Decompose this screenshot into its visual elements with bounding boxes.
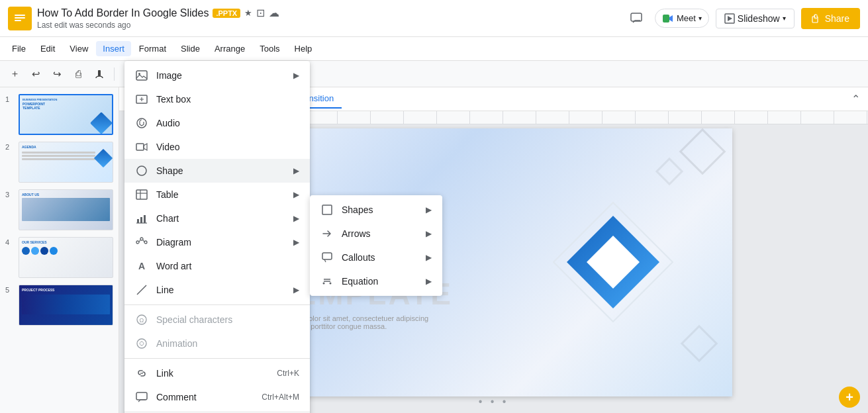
svg-line-29 (139, 240, 140, 242)
slideshow-label: Slideshow (738, 13, 780, 24)
slide-img-1: BUSINESS PRESENTATION POWERPOINTTEMPLATE (19, 94, 113, 135)
svg-rect-24 (144, 215, 146, 223)
slide-indicator-dots: • • • (479, 396, 509, 408)
collapse-icon[interactable]: ⌃ (851, 93, 860, 105)
menu-divider-2 (124, 358, 310, 359)
add-btn[interactable]: ＋ (5, 65, 24, 83)
svg-point-27 (140, 238, 143, 240)
image-arrow: ▶ (293, 71, 299, 80)
shape-arrow: ▶ (293, 166, 299, 175)
menu-arrange[interactable]: Arrange (208, 41, 252, 56)
insert-menu-audio[interactable]: Audio (124, 111, 310, 135)
insert-menu-comment[interactable]: Comment Ctrl+Alt+M (124, 385, 310, 409)
svg-point-34 (137, 339, 146, 348)
menu-insert[interactable]: Insert (96, 41, 131, 56)
shapes-label: Shapes (342, 205, 373, 215)
svg-point-26 (136, 241, 139, 244)
header-right: Meet ▾ Slideshow ▾ Share (624, 7, 860, 30)
insert-menu-dropdown: Image ▶ Text box Audio Video Shape ▶ (124, 61, 310, 413)
menu-slide[interactable]: Slide (174, 41, 207, 56)
insert-wordart-label: Word art (156, 261, 299, 271)
menu-edit[interactable]: Edit (34, 41, 62, 56)
share-label: Share (825, 13, 849, 24)
insert-menu-image[interactable]: Image ▶ (124, 64, 310, 87)
menu-format[interactable]: Format (132, 41, 173, 56)
undo-btn[interactable]: ↩ (26, 65, 45, 83)
insert-audio-label: Audio (156, 118, 299, 128)
zoom-btn-wrapper: + (839, 387, 860, 408)
svg-text:Ω: Ω (140, 317, 144, 324)
insert-menu-specialchars: Ω Special characters (124, 308, 310, 332)
slide-thumb-4[interactable]: 4 OUR SERVICES (3, 236, 116, 279)
menu-divider-3 (124, 412, 310, 412)
insert-menu-wordart[interactable]: A Word art (124, 254, 310, 278)
callouts-label: Callouts (342, 252, 375, 263)
submenu-arrows[interactable]: Arrows ▶ (310, 222, 442, 246)
paint-btn[interactable] (90, 65, 109, 83)
star-icon[interactable]: ★ (244, 8, 252, 18)
insert-animation-label: Animation (156, 338, 299, 349)
print-btn[interactable]: ⎙ (69, 65, 87, 83)
menu-help[interactable]: Help (288, 41, 319, 56)
insert-menu-textbox[interactable]: Text box (124, 87, 310, 111)
folder-icon[interactable]: ⊡ (256, 7, 265, 19)
insert-menu-link[interactable]: Link Ctrl+K (124, 361, 310, 385)
insert-line-label: Line (156, 285, 285, 295)
meet-chevron: ▾ (699, 15, 702, 22)
insert-menu-animation: Animation (124, 332, 310, 355)
arrows-icon (320, 227, 334, 240)
insert-menu-line[interactable]: Line ▶ (124, 278, 310, 302)
insert-menu-video[interactable]: Video (124, 135, 310, 159)
insert-link-label: Link (156, 368, 269, 379)
video-icon (135, 140, 148, 154)
slide-img-4: OUR SERVICES (19, 237, 113, 278)
callouts-icon (320, 251, 334, 264)
submenu-shapes[interactable]: Shapes ▶ (310, 198, 442, 222)
doc-title-row: How To Add Border In Google Slides .PPTX… (37, 7, 619, 19)
slide-thumb-3[interactable]: 3 ABOUT US (3, 188, 116, 232)
insert-menu-diagram[interactable]: Diagram ▶ (124, 230, 310, 254)
equation-icon (320, 275, 334, 288)
menu-file[interactable]: File (5, 41, 32, 56)
chart-icon (135, 212, 148, 225)
insert-menu-shape[interactable]: Shape ▶ (124, 159, 310, 183)
svg-line-30 (143, 240, 144, 242)
wordart-icon: A (135, 259, 148, 273)
slide-thumb-1[interactable]: 1 BUSINESS PRESENTATION POWERPOINTTEMPLA… (3, 93, 116, 136)
slide-num-1: 1 (5, 94, 15, 103)
doc-info: How To Add Border In Google Slides .PPTX… (37, 7, 619, 30)
audio-icon (135, 116, 148, 130)
svg-point-28 (144, 241, 147, 244)
share-button[interactable]: Share (801, 8, 860, 29)
svg-rect-13 (136, 71, 147, 80)
slide-img-3: ABOUT US (19, 189, 113, 230)
redo-btn[interactable]: ↪ (48, 65, 66, 83)
submenu-callouts[interactable]: Callouts ▶ (310, 246, 442, 269)
shape-icon (135, 164, 148, 177)
svg-rect-39 (322, 253, 332, 259)
meet-button[interactable]: Meet ▾ (655, 9, 709, 28)
menu-divider-1 (124, 304, 310, 305)
svg-point-42 (323, 283, 325, 285)
slide-img-2: AGENDA (19, 142, 113, 183)
insert-textbox-label: Text box (156, 94, 299, 105)
menu-view[interactable]: View (63, 41, 95, 56)
comment-icon-btn[interactable] (624, 7, 648, 30)
slide-thumb-2[interactable]: 2 AGENDA (3, 140, 116, 184)
link-shortcut: Ctrl+K (277, 369, 299, 378)
diagram-icon (135, 236, 148, 249)
insert-shape-label: Shape (156, 165, 285, 176)
svg-rect-38 (322, 205, 332, 214)
slide-thumb-5[interactable]: 5 PROJECT PROCESS (3, 283, 116, 327)
slideshow-button[interactable]: Slideshow ▾ (716, 9, 795, 28)
menu-tools[interactable]: Tools (253, 41, 286, 56)
svg-point-18 (137, 166, 146, 175)
insert-menu-chart[interactable]: Chart ▶ (124, 206, 310, 230)
zoom-button[interactable]: + (839, 387, 860, 408)
svg-rect-9 (98, 70, 101, 76)
arrows-arrow: ▶ (426, 229, 432, 238)
insert-menu-table[interactable]: Table ▶ (124, 183, 310, 206)
insert-comment-label: Comment (156, 392, 254, 402)
submenu-equation[interactable]: Equation ▶ (310, 269, 442, 293)
comment-icon (135, 390, 148, 404)
